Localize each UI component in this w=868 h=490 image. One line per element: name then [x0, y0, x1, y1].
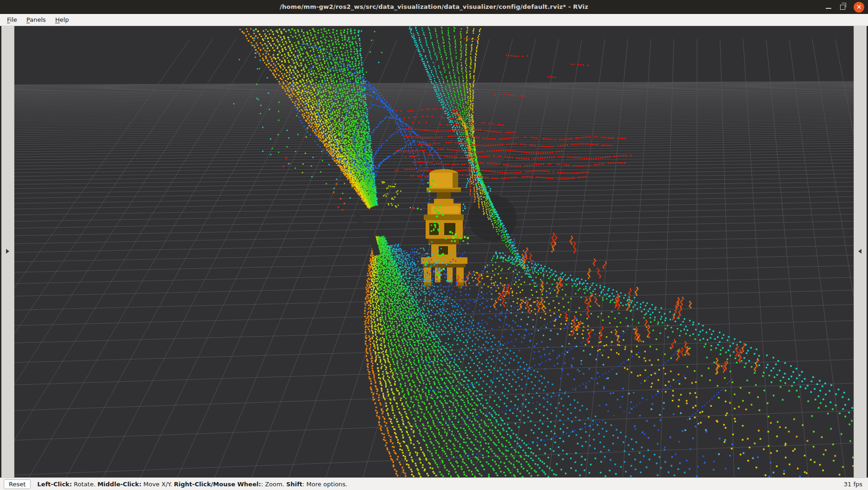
restore-icon[interactable] — [840, 5, 845, 10]
expand-right-panel-icon[interactable] — [858, 249, 861, 254]
close-icon[interactable]: ✕ — [854, 2, 864, 13]
render-viewport[interactable] — [14, 26, 854, 477]
menu-bar: File Panels Help — [0, 14, 868, 26]
mouse-hints: Left-Click: Rotate. Middle-Click: Move X… — [37, 481, 347, 488]
expand-left-panel-icon[interactable] — [6, 249, 9, 254]
window-title: /home/mm-gw2/ros2_ws/src/data_visualizat… — [280, 3, 588, 10]
3d-render-view[interactable] — [14, 26, 854, 477]
fps-counter: 31 fps — [844, 481, 864, 488]
title-bar[interactable]: /home/mm-gw2/ros2_ws/src/data_visualizat… — [0, 0, 868, 14]
minimize-icon[interactable] — [825, 4, 832, 10]
left-dock-gutter[interactable] — [1, 26, 14, 477]
central-area — [0, 26, 868, 477]
menu-panels[interactable]: Panels — [22, 15, 50, 25]
window-controls: ✕ — [825, 0, 864, 14]
menu-file[interactable]: File — [3, 15, 21, 25]
right-dock-gutter[interactable] — [854, 26, 867, 477]
reset-button[interactable]: Reset — [4, 479, 31, 489]
status-bar: Reset Left-Click: Rotate. Middle-Click: … — [0, 477, 868, 490]
rviz-window: /home/mm-gw2/ros2_ws/src/data_visualizat… — [0, 0, 868, 490]
menu-help[interactable]: Help — [51, 15, 73, 25]
